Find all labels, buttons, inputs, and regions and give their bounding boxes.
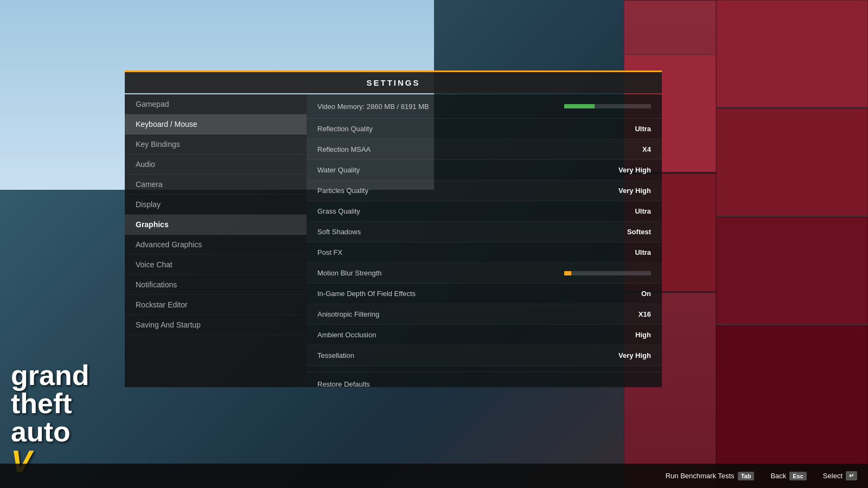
settings-panel: SETTINGS Gamepad Keyboard / Mouse Key Bi… (125, 70, 662, 390)
anisotropic-value: X16 (639, 310, 651, 318)
setting-row-water-quality[interactable]: Water Quality Very High (307, 160, 662, 181)
setting-row-reflection-msaa[interactable]: Reflection MSAA X4 (307, 139, 662, 160)
water-quality-label: Water Quality (317, 166, 360, 174)
grass-quality-value: Ultra (635, 207, 651, 215)
setting-row-depth-of-field[interactable]: In-Game Depth Of Field Effects On (307, 284, 662, 304)
nav-item-keyboard-mouse[interactable]: Keyboard / Mouse (125, 114, 307, 134)
particles-quality-label: Particles Quality (317, 187, 368, 195)
nav-item-advanced-graphics[interactable]: Advanced Graphics (125, 235, 307, 255)
logo-line3: auto (11, 418, 89, 446)
back-action[interactable]: Back Esc (770, 472, 806, 480)
nav-item-rockstar-editor[interactable]: Rockstar Editor (125, 295, 307, 315)
particles-quality-value: Very High (618, 187, 651, 195)
select-label: Select (823, 472, 843, 480)
settings-right-panel: Video Memory: 2860 MB / 8191 MB Reflecti… (307, 94, 662, 387)
settings-title-bar: SETTINGS (125, 70, 662, 93)
setting-row-particles-quality[interactable]: Particles Quality Very High (307, 181, 662, 201)
bottom-bar: Run Benchmark Tests Tab Back Esc Select … (0, 464, 868, 488)
motion-blur-label: Motion Blur Strength (317, 269, 382, 277)
setting-row-anisotropic[interactable]: Anisotropic Filtering X16 (307, 304, 662, 325)
back-key: Esc (789, 472, 807, 480)
motion-blur-slider[interactable] (564, 271, 651, 275)
setting-row-post-fx[interactable]: Post FX Ultra (307, 242, 662, 263)
setting-row-motion-blur[interactable]: Motion Blur Strength (307, 263, 662, 284)
memory-bar-fill (564, 104, 595, 108)
motion-blur-fill (564, 271, 571, 275)
nav-item-voice-chat[interactable]: Voice Chat (125, 255, 307, 275)
settings-nav: Gamepad Keyboard / Mouse Key Bindings Au… (125, 94, 307, 387)
back-label: Back (770, 472, 786, 480)
depth-of-field-value: On (641, 290, 651, 298)
logo-line1: grand (11, 361, 89, 389)
select-key: ↵ (846, 471, 857, 480)
gta-logo: grand theft auto V (11, 361, 89, 477)
nav-item-display[interactable]: Display (125, 195, 307, 215)
anisotropic-label: Anisotropic Filtering (317, 310, 379, 318)
settings-title: SETTINGS (366, 78, 420, 87)
tessellation-label: Tessellation (317, 351, 354, 359)
nav-item-gamepad[interactable]: Gamepad (125, 94, 307, 114)
reflection-quality-label: Reflection Quality (317, 125, 373, 133)
ambient-occlusion-value: High (635, 331, 651, 339)
post-fx-value: Ultra (635, 248, 651, 256)
depth-of-field-label: In-Game Depth Of Field Effects (317, 290, 416, 298)
setting-row-ambient-occlusion[interactable]: Ambient Occlusion High (307, 325, 662, 345)
ambient-occlusion-label: Ambient Occlusion (317, 331, 376, 339)
nav-item-key-bindings[interactable]: Key Bindings (125, 134, 307, 155)
soft-shadows-value: Softest (627, 228, 651, 236)
setting-row-grass-quality[interactable]: Grass Quality Ultra (307, 201, 662, 222)
reflection-msaa-value: X4 (642, 145, 651, 153)
settings-content: Gamepad Keyboard / Mouse Key Bindings Au… (125, 94, 662, 387)
water-quality-value: Very High (618, 166, 651, 174)
reflection-msaa-label: Reflection MSAA (317, 145, 371, 153)
post-fx-label: Post FX (317, 248, 342, 256)
benchmark-label: Run Benchmark Tests (666, 472, 735, 480)
benchmark-action: Run Benchmark Tests Tab (666, 472, 755, 480)
nav-item-notifications[interactable]: Notifications (125, 275, 307, 295)
grass-quality-label: Grass Quality (317, 207, 360, 215)
benchmark-key: Tab (738, 472, 755, 480)
nav-item-graphics[interactable]: Graphics (125, 215, 307, 235)
nav-item-camera[interactable]: Camera (125, 175, 307, 195)
logo-line2: theft (11, 389, 89, 418)
video-memory-row: Video Memory: 2860 MB / 8191 MB (307, 94, 662, 119)
restore-defaults-label[interactable]: Restore Defaults (317, 380, 370, 388)
memory-bar (564, 104, 651, 108)
video-memory-label: Video Memory: 2860 MB / 8191 MB (317, 102, 429, 111)
setting-row-tessellation[interactable]: Tessellation Very High (307, 345, 662, 366)
restore-defaults-row[interactable]: Restore Defaults (307, 371, 662, 387)
setting-row-soft-shadows[interactable]: Soft Shadows Softest (307, 222, 662, 242)
reflection-quality-value: Ultra (635, 125, 651, 133)
soft-shadows-label: Soft Shadows (317, 228, 361, 236)
nav-item-audio[interactable]: Audio (125, 155, 307, 175)
nav-item-saving-startup[interactable]: Saving And Startup (125, 315, 307, 335)
tessellation-value: Very High (618, 351, 651, 359)
select-action[interactable]: Select ↵ (823, 471, 857, 480)
setting-row-reflection-quality[interactable]: Reflection Quality Ultra (307, 119, 662, 139)
